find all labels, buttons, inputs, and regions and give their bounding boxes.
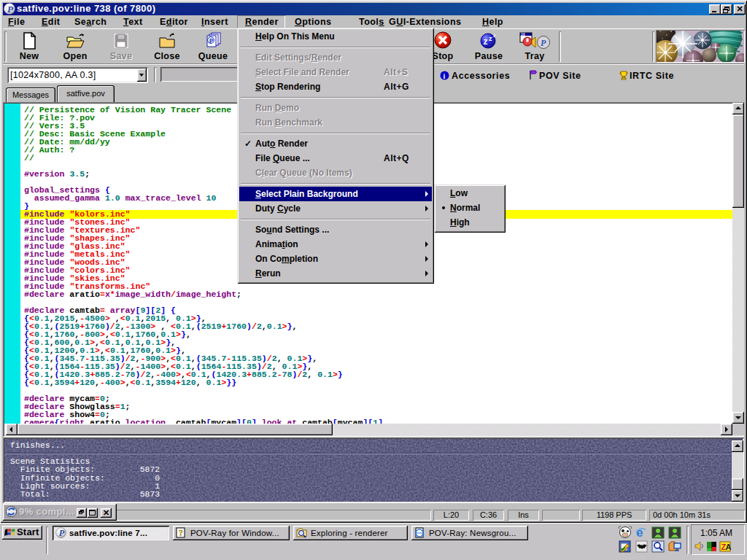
svg-text:P: P <box>59 528 65 538</box>
svg-text:z: z <box>489 35 492 42</box>
svg-text:P: P <box>209 37 214 44</box>
svg-text:?: ? <box>179 528 183 538</box>
svg-text:38: 38 <box>521 33 525 36</box>
svg-text:z: z <box>484 36 488 47</box>
svg-text:z: z <box>493 33 496 38</box>
svg-text:P: P <box>541 38 546 48</box>
svg-text:A: A <box>726 542 732 551</box>
svg-text:i: i <box>444 72 446 80</box>
svg-text:e: e <box>636 526 643 540</box>
svg-text:P: P <box>7 4 14 15</box>
